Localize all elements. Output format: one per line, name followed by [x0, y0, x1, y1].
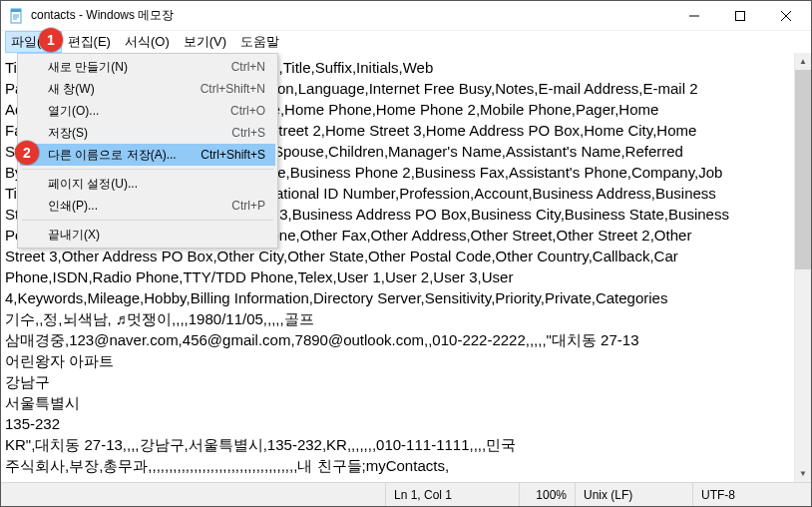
file-menu-dropdown: 새로 만들기(N) Ctrl+N 새 창(W) Ctrl+Shift+N 열기(… [17, 53, 278, 249]
maximize-button[interactable] [717, 1, 763, 31]
status-position: Ln 1, Col 1 [385, 483, 519, 506]
menu-view[interactable]: 보기(V) [178, 31, 234, 53]
vertical-scrollbar[interactable]: ▲ ▼ [794, 53, 811, 482]
menu-item-label: 다른 이름으로 저장(A)... [48, 147, 201, 164]
menu-separator [22, 220, 273, 221]
menu-item-exit[interactable]: 끝내기(X) [20, 224, 275, 246]
menu-item-shortcut: Ctrl+N [231, 60, 265, 74]
menu-item-shortcut: Ctrl+Shift+S [201, 148, 265, 162]
status-line-ending: Unix (LF) [575, 483, 692, 506]
menu-item-label: 끝내기(X) [48, 227, 265, 244]
menu-item-print[interactable]: 인쇄(P)... Ctrl+P [20, 195, 275, 217]
scroll-up-icon[interactable]: ▲ [795, 53, 811, 70]
statusbar: Ln 1, Col 1 100% Unix (LF) UTF-8 [1, 482, 811, 506]
annotation-marker-1: 1 [39, 28, 63, 52]
status-zoom: 100% [519, 483, 575, 506]
scroll-down-icon[interactable]: ▼ [795, 465, 811, 482]
menu-item-shortcut: Ctrl+S [231, 126, 265, 140]
scroll-thumb[interactable] [795, 70, 811, 269]
menu-item-label: 페이지 설정(U)... [48, 176, 265, 193]
annotation-marker-2: 2 [15, 141, 39, 165]
menu-item-new[interactable]: 새로 만들기(N) Ctrl+N [20, 56, 275, 78]
menu-item-label: 새 창(W) [48, 81, 201, 98]
menu-item-label: 열기(O)... [48, 103, 230, 120]
menu-item-shortcut: Ctrl+P [231, 199, 265, 213]
status-encoding: UTF-8 [692, 483, 811, 506]
menu-item-shortcut: Ctrl+Shift+N [201, 82, 265, 96]
menubar: 파일(F) 편집(E) 서식(O) 보기(V) 도움말 [1, 31, 811, 53]
menu-item-page-setup[interactable]: 페이지 설정(U)... [20, 173, 275, 195]
svg-rect-6 [736, 11, 745, 20]
notepad-icon [9, 8, 25, 24]
titlebar: contacts - Windows 메모장 [1, 1, 811, 31]
close-button[interactable] [763, 1, 809, 31]
menu-item-label: 저장(S) [48, 125, 231, 142]
menu-format[interactable]: 서식(O) [119, 31, 178, 53]
minimize-button[interactable] [671, 1, 717, 31]
menu-item-shortcut: Ctrl+O [230, 104, 265, 118]
menu-separator [22, 169, 273, 170]
menu-item-label: 인쇄(P)... [48, 198, 231, 215]
svg-rect-1 [11, 9, 21, 12]
menu-item-save[interactable]: 저장(S) Ctrl+S [20, 122, 275, 144]
menu-edit[interactable]: 편집(E) [62, 31, 119, 53]
scroll-track[interactable] [795, 70, 811, 465]
menu-item-label: 새로 만들기(N) [48, 59, 231, 76]
window-title: contacts - Windows 메모장 [31, 7, 174, 24]
menu-help[interactable]: 도움말 [234, 31, 287, 53]
menu-item-new-window[interactable]: 새 창(W) Ctrl+Shift+N [20, 78, 275, 100]
menu-item-open[interactable]: 열기(O)... Ctrl+O [20, 100, 275, 122]
menu-item-save-as[interactable]: 다른 이름으로 저장(A)... Ctrl+Shift+S [20, 144, 275, 166]
